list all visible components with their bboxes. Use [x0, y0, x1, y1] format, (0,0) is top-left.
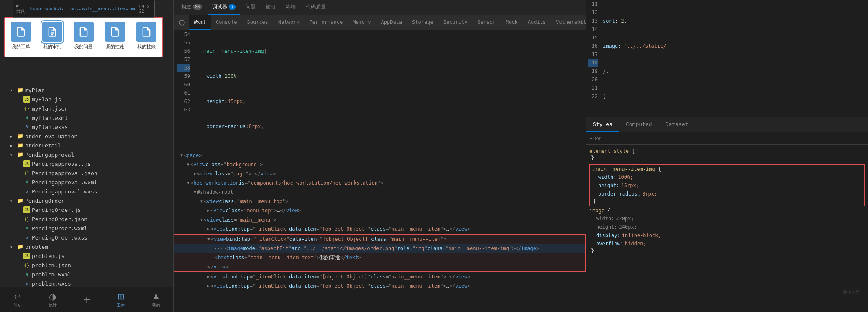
expand-arrow-bg[interactable]: ▼: [187, 160, 189, 169]
sec-tab-console[interactable]: Console: [211, 15, 242, 30]
style-tab-computed[interactable]: Computed: [619, 117, 659, 132]
tree-item-prob-wxml[interactable]: W problem.wxml: [0, 270, 173, 279]
html-line-background[interactable]: ▼ <view class="background">: [174, 160, 586, 169]
html-line-item3[interactable]: ▶ <view bind:tap="_itemClick" data-item=…: [174, 272, 586, 281]
sec-tab-wxml[interactable]: Wxml: [189, 15, 211, 30]
style-tab-styles[interactable]: Styles: [586, 117, 619, 132]
sec-tab-sources[interactable]: Sources: [242, 15, 273, 30]
tree-item-pendingapproval[interactable]: ▾ 📁 Pendingapproval: [0, 150, 173, 159]
expand-arrow-i1[interactable]: ▶: [207, 224, 210, 234]
html-line-main-menu-top[interactable]: ▼ <view class="main__menu_top">: [174, 197, 586, 206]
tree-item-po-js[interactable]: JS PendingOrder.js: [0, 205, 173, 214]
tooltip-title: image.workstation--main__menu--item-img: [29, 6, 137, 12]
html-line-item4[interactable]: ▶ <view bind:tap="_itemClick" data-item=…: [174, 281, 586, 291]
code-content[interactable]: .main__menu--item-img { width: 100%; hei…: [194, 30, 586, 147]
tab-terminal[interactable]: 终端: [282, 0, 300, 15]
tree-item-order-eval[interactable]: ▶ 📁 order-evaluation: [0, 132, 173, 141]
mini-icon-label-approval: 我的审批: [43, 44, 61, 50]
mine-icon: ♟: [152, 291, 160, 302]
nav-item-workspace[interactable]: ⊞ 工台: [117, 291, 125, 308]
tree-item-myplan[interactable]: ▾ 📁 myPlan: [0, 85, 173, 95]
html-line-main-menu[interactable]: ▼ <view class="main__menu">: [174, 215, 586, 224]
nav-label-back: 前功: [13, 302, 22, 308]
css-close-image: }: [589, 248, 865, 254]
tab-code-quality[interactable]: 代码质量: [302, 0, 330, 15]
expand-arrow-hoc[interactable]: ▼: [187, 178, 189, 188]
expand-arrow-i3[interactable]: ▶: [207, 272, 210, 281]
expand-arrow-mmt[interactable]: ▼: [200, 197, 203, 206]
css-rule-main-menu-img: .main__menu--item-img { width: 100%; hei…: [589, 164, 865, 206]
html-line-hoc[interactable]: ▼ <hoc-workstation is="components/hoc-wo…: [174, 178, 586, 188]
tree-item-pa-json[interactable]: {} Pendingapproval.json: [0, 168, 173, 178]
tab-build[interactable]: 构建 86: [177, 0, 206, 15]
ellipsis-btn[interactable]: ···: [214, 244, 223, 253]
tree-item-problem[interactable]: ▾ 📁 problem: [0, 242, 173, 251]
expand-arrow-pv[interactable]: ▶: [194, 169, 196, 178]
js-icon-pa: JS: [23, 160, 30, 167]
html-line-page[interactable]: ▼ <page>: [174, 151, 586, 160]
tree-item-po-wxml[interactable]: W PendingOrder.wxml: [0, 224, 173, 233]
right-code-text[interactable]: sort: 2, image: "../../static/ }, { name…: [599, 0, 868, 117]
expand-arrow-i2[interactable]: ▼: [207, 235, 210, 244]
sec-tab-audits[interactable]: Audits: [523, 15, 551, 30]
sec-tab-appdata[interactable]: AppData: [376, 15, 407, 30]
nav-item-back[interactable]: ↩ 前功: [13, 291, 22, 308]
sec-tab-vulnerability[interactable]: Vulnerability: [551, 15, 586, 30]
nav-item-stats[interactable]: ◑ 统计: [49, 291, 57, 308]
nav-item-add[interactable]: +: [83, 293, 90, 307]
html-line-image[interactable]: ··· <image mode="aspectFit" src="../../s…: [174, 244, 585, 253]
css-rule-image: image { width: 320px; height: 240px; dis…: [589, 208, 865, 254]
sec-tab-mock[interactable]: Mock: [501, 15, 523, 30]
tree-item-pa-wxss[interactable]: S Pendingapproval.wxss: [0, 187, 173, 196]
expand-arrow-mm[interactable]: ▼: [200, 215, 203, 224]
css-decl-img-display: display: inline-block;: [589, 231, 865, 240]
tree-item-prob-wxss[interactable]: S problem.wxss: [0, 279, 173, 287]
html-line-close-view[interactable]: </view>: [174, 262, 585, 271]
tree-item-myplan-js[interactable]: JS myPlan.js: [0, 95, 173, 104]
style-tab-dataset[interactable]: Dataset: [659, 117, 695, 132]
tab-build-badge: 86: [193, 4, 202, 10]
folder-icon-order-detail: 📁: [17, 142, 23, 149]
sec-tab-security[interactable]: Security: [438, 15, 473, 30]
sec-tab-memory[interactable]: Memory: [348, 15, 376, 30]
expand-arrow-page[interactable]: ▼: [180, 151, 183, 160]
filter-input[interactable]: [589, 136, 865, 142]
tab-debug[interactable]: 调试器 7: [208, 0, 240, 15]
css-selector-main-img: .main__menu--item-img {: [591, 166, 863, 172]
tree-item-pendingorder[interactable]: ▾ 📁 PendingOrder: [0, 196, 173, 205]
tab-output[interactable]: 输出: [261, 0, 280, 15]
html-line-shadow[interactable]: ▼ #shadow-root: [174, 188, 586, 197]
wxml-icon-pa: W: [23, 179, 30, 186]
css-rule-element-style: element.style { }: [589, 148, 865, 161]
tree-item-pa-wxml[interactable]: W Pendingapproval.wxml: [0, 178, 173, 187]
html-line-text[interactable]: <text class="main__menu--item-text">我的审批…: [174, 253, 585, 262]
mini-icon-box-extra: [136, 22, 156, 42]
tree-item-po-wxss[interactable]: S PendingOrder.wxss: [0, 233, 173, 242]
folder-icon-problem: 📁: [17, 243, 23, 250]
tree-item-po-json[interactable]: {} PendingOrder.json: [0, 214, 173, 224]
nav-item-mine[interactable]: ♟ 我的: [152, 291, 160, 308]
tree-item-myplan-json[interactable]: {} myPlan.json: [0, 104, 173, 113]
sec-tab-performance[interactable]: Performance: [305, 15, 348, 30]
mini-icon-item-order: 我的工单: [11, 22, 31, 50]
folder-icon-myplan: 📁: [17, 87, 23, 93]
tree-item-myplan-wxss[interactable]: S myPlan.wxss: [0, 122, 173, 132]
html-line-menu-top[interactable]: ▶ <view class="menu-top">…</view>: [174, 206, 586, 215]
expand-arrow-mt[interactable]: ▶: [207, 206, 210, 215]
tab-issue[interactable]: 问题: [241, 0, 260, 15]
tree-item-pa-js[interactable]: JS Pendingapproval.js: [0, 159, 173, 168]
sec-tab-network[interactable]: Network: [273, 15, 305, 30]
tree-item-prob-js[interactable]: JS problem.js: [0, 251, 173, 260]
tree-item-order-detail[interactable]: ▶ 📁 orderDetail: [0, 141, 173, 150]
right-code-container: 11 12 13 14 15 16 17 18 19 20 21 22 sort…: [586, 0, 868, 117]
inspect-icon-btn[interactable]: [175, 15, 189, 30]
tree-item-myplan-wxml[interactable]: W myPlan.wxml: [0, 113, 173, 122]
html-line-item1[interactable]: ▶ <view bind:tap="_itemClick" data-item=…: [174, 224, 586, 234]
expand-arrow-i4[interactable]: ▶: [207, 281, 210, 291]
sec-tab-storage[interactable]: Storage: [407, 15, 438, 30]
html-line-page-view[interactable]: ▶ <view class="page">…</view>: [174, 169, 586, 178]
html-line-item2[interactable]: ▼ <view bind:tap="_itemClick" data-item=…: [174, 235, 585, 244]
expand-arrow-shadow[interactable]: ▼: [194, 188, 196, 197]
tree-item-prob-json[interactable]: {} problem.json: [0, 260, 173, 270]
sec-tab-sensor[interactable]: Sensor: [472, 15, 500, 30]
